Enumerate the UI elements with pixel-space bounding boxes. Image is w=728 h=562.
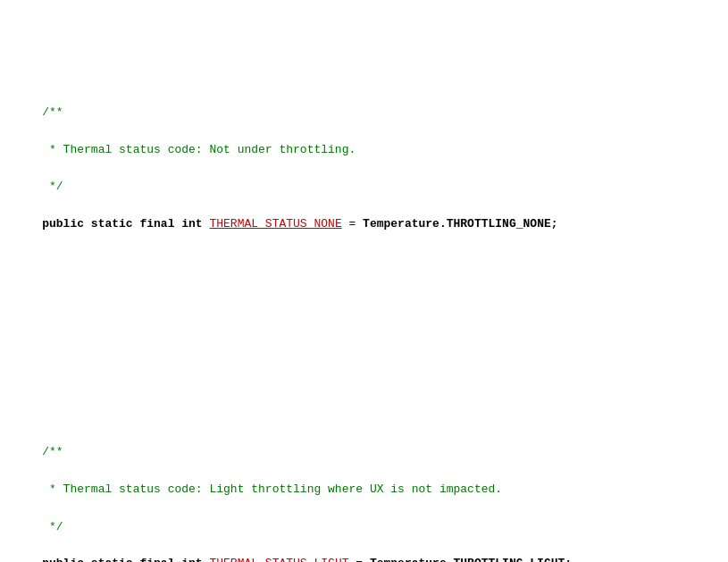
comment-none-1: /** (42, 105, 63, 119)
value-light: Temperature.THROTTLING_LIGHT; (370, 557, 572, 562)
keyword-light: public static final int (42, 557, 209, 562)
operator-light: = (348, 557, 369, 562)
keyword-none: public static final int (42, 217, 209, 231)
constant-light: THERMAL_STATUS_LIGHT (209, 557, 348, 562)
constant-none: THERMAL_STATUS_NONE (209, 217, 341, 231)
comment-light-3: */ (42, 520, 63, 533)
code-block-light: /** * Thermal status code: Light throttl… (14, 388, 714, 562)
comment-none-2: * Thermal status code: Not under throttl… (42, 143, 356, 156)
code-block-none: /** * Thermal status code: Not under thr… (14, 85, 714, 252)
comment-light-1: /** (42, 445, 63, 458)
code-container: /** * Thermal status code: Not under thr… (14, 11, 714, 562)
value-none: Temperature.THROTTLING_NONE; (363, 217, 557, 231)
comment-none-3: */ (42, 180, 63, 193)
operator-none: = (342, 217, 363, 231)
comment-light-2: * Thermal status code: Light throttling … (42, 482, 502, 496)
